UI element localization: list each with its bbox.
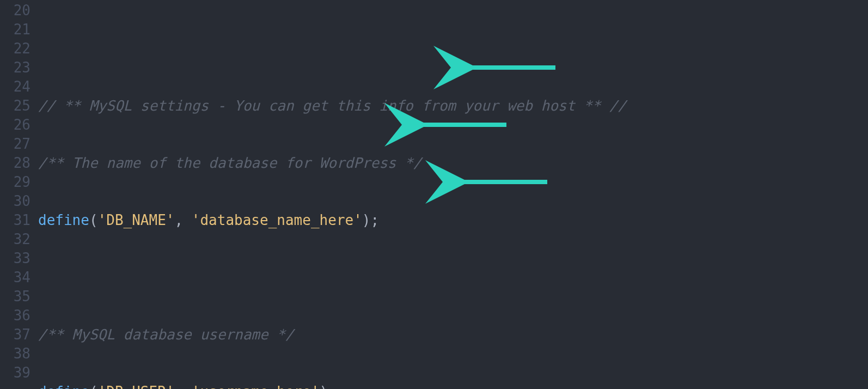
code-line[interactable]: // ** MySQL settings - You can get this … [38, 96, 868, 116]
code-line-define-dbuser[interactable]: define('DB_USER', 'username_here'); [38, 382, 868, 389]
punctuation: ; [328, 384, 337, 389]
line-number-gutter: 20 21 22 23 24 25 26 27 28 29 30 31 32 3… [0, 0, 38, 389]
code-editor[interactable]: 20 21 22 23 24 25 26 27 28 29 30 31 32 3… [0, 0, 868, 389]
keyword-define: define [38, 384, 89, 389]
comment: /** The name of the database for WordPre… [38, 155, 421, 171]
string-key: 'DB_NAME' [98, 212, 175, 228]
string-value: 'database_name_here' [192, 212, 362, 228]
code-line[interactable] [38, 268, 868, 287]
keyword-define: define [38, 212, 89, 228]
code-area[interactable]: // ** MySQL settings - You can get this … [38, 0, 868, 389]
code-line[interactable]: /** The name of the database for WordPre… [38, 154, 868, 173]
line-number: 29 [0, 173, 38, 192]
line-number: 20 [0, 1, 38, 20]
line-number: 28 [0, 154, 38, 173]
punctuation: ( [89, 212, 98, 228]
punctuation: ; [371, 212, 380, 228]
punctuation: , [174, 212, 191, 228]
line-number: 38 [0, 344, 38, 363]
string-value: 'username_here' [192, 384, 320, 389]
line-number: 24 [0, 77, 38, 96]
punctuation: ) [362, 212, 371, 228]
line-number: 26 [0, 116, 38, 135]
punctuation: ( [89, 384, 98, 389]
code-line[interactable] [38, 39, 868, 58]
line-number: 34 [0, 268, 38, 287]
string-key: 'DB_USER' [98, 384, 175, 389]
line-number: 36 [0, 306, 38, 325]
comment: // ** MySQL settings - You can get this … [38, 98, 626, 114]
comment: /** MySQL database username */ [38, 326, 294, 343]
line-number: 33 [0, 249, 38, 268]
punctuation: , [174, 384, 191, 389]
line-number: 27 [0, 135, 38, 154]
line-number: 35 [0, 287, 38, 306]
line-number: 31 [0, 211, 38, 230]
line-number: 32 [0, 230, 38, 249]
code-line[interactable]: /** MySQL database username */ [38, 325, 868, 344]
line-number: 39 [0, 363, 38, 382]
line-number: 37 [0, 325, 38, 344]
line-number: 25 [0, 96, 38, 116]
line-number: 30 [0, 192, 38, 211]
punctuation: ) [320, 384, 328, 389]
line-number: 22 [0, 39, 38, 58]
line-number: 21 [0, 20, 38, 39]
line-number: 23 [0, 58, 38, 77]
code-line-define-dbname[interactable]: define('DB_NAME', 'database_name_here'); [38, 211, 868, 230]
